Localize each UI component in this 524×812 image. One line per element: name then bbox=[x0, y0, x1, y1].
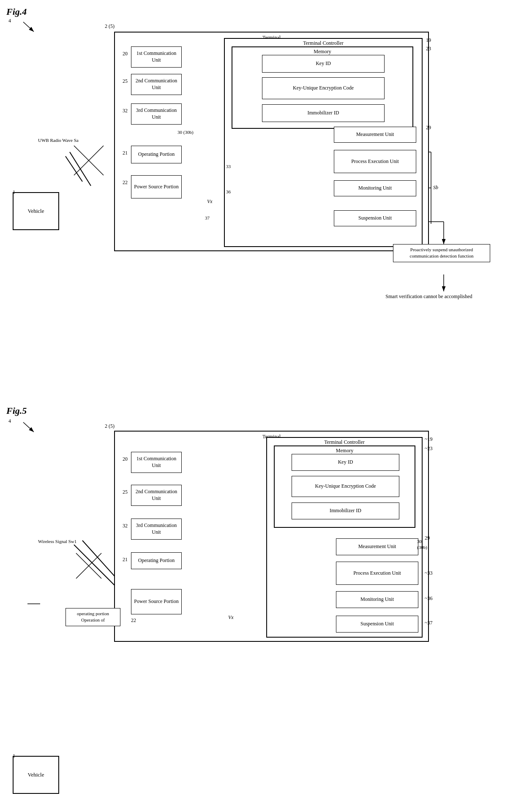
fig5-tc-label: Terminal Controller bbox=[324, 439, 364, 446]
fig4-ref19: 19 bbox=[426, 37, 431, 43]
fig4-process-box: Process Execution Unit bbox=[334, 150, 416, 173]
fig5-ref32: 32 bbox=[123, 523, 128, 529]
fig5-vehicle-label: Vehicle bbox=[28, 771, 44, 778]
fig4-ref29: 29 bbox=[426, 125, 431, 131]
fig4-vehicle-label: Vehicle bbox=[28, 208, 44, 215]
fig4-callout-box: Proactively suspend unauthorized communi… bbox=[393, 244, 490, 262]
fig5-ref4: 4 bbox=[8, 418, 11, 424]
fig5-ref33: ~33 bbox=[425, 570, 433, 576]
fig5-ref21: 21 bbox=[123, 557, 128, 563]
fig5-ref2-5: 2 (5) bbox=[105, 423, 115, 429]
fig4-ref20: 20 bbox=[123, 51, 128, 57]
fig4-suspension-box: Suspension Unit bbox=[334, 210, 416, 226]
fig4-operating-box: Operating Portion bbox=[131, 146, 182, 163]
page: Fig.4 4 2 (5) Terminal Terminal Controll… bbox=[0, 0, 524, 812]
fig5-ref23: ~23 bbox=[425, 445, 433, 452]
fig4-keyunique-box: Key-Unique Encryption Code bbox=[262, 77, 385, 99]
fig4-smart-verify: Smart verification cannot be accomplishe… bbox=[380, 293, 478, 300]
fig4-sb-label: Sb bbox=[433, 185, 438, 191]
fig5-immobilizer-box: Immobilizer ID bbox=[292, 502, 399, 519]
fig4-ref25: 25 bbox=[123, 78, 128, 84]
fig4-ref36: 36 bbox=[226, 189, 231, 194]
fig5-comm2-box: 2nd Communication Unit bbox=[131, 485, 182, 506]
fig5-ref20: 20 bbox=[123, 456, 128, 462]
fig4-comm1-box: 1st Communication Unit bbox=[131, 46, 182, 68]
fig5-suspension-box: Suspension Unit bbox=[336, 616, 418, 633]
fig4-ref32: 32 bbox=[123, 108, 128, 114]
fig4-label: Fig.4 bbox=[6, 6, 27, 17]
fig5-label: Fig.5 bbox=[6, 405, 27, 416]
fig4-ref4: 4 bbox=[8, 18, 11, 24]
fig4-monitoring-box: Monitoring Unit bbox=[334, 180, 416, 196]
fig5-power-box: Power Source Portion bbox=[131, 589, 182, 614]
fig4-ref21: 21 bbox=[123, 150, 128, 156]
fig4-comm3-box: 3rd Communication Unit bbox=[131, 103, 182, 125]
fig5-operating-box: Operating Portion bbox=[131, 552, 182, 569]
fig5-keyid-box: Key ID bbox=[292, 454, 399, 471]
fig5-wireless-label: Wireless Signal Sw1 bbox=[38, 538, 76, 544]
fig5-ref30: 30 (30b) bbox=[417, 538, 427, 551]
fig5-ref19: ~19 bbox=[425, 436, 433, 443]
fig5-vehicle-box: Vehicle bbox=[13, 756, 59, 794]
fig4-measurement-box: Measurement Unit bbox=[334, 127, 416, 143]
fig5-vx-label: Vx bbox=[228, 614, 234, 621]
fig4-ref37: 37 bbox=[205, 215, 210, 220]
fig4-ref2-5: 2 (5) bbox=[105, 23, 115, 30]
fig5-ref36: ~36 bbox=[425, 595, 433, 602]
fig4-ref33: 33 bbox=[226, 164, 231, 169]
fig4-immobilizer-box: Immobilizer ID bbox=[262, 104, 385, 122]
fig4-tc-label: Terminal Controller bbox=[303, 40, 343, 47]
fig4-power-box: Power Source Portion bbox=[131, 175, 182, 198]
fig5-op-callout-box: operating portion Operation of bbox=[66, 608, 120, 626]
fig5-ref1: 1 bbox=[13, 753, 15, 759]
fig4-vehicle-box: Vehicle bbox=[13, 192, 59, 230]
fig4-ref23: 23 bbox=[426, 46, 431, 52]
fig5-measurement-box: Measurement Unit bbox=[336, 538, 418, 555]
fig4-ref1: 1 bbox=[13, 189, 15, 196]
fig4-comm2-box: 2nd Communication Unit bbox=[131, 74, 182, 95]
fig4-ref30: 30 (30b) bbox=[177, 130, 194, 135]
fig5-ref37: ~37 bbox=[425, 620, 433, 626]
fig5-ref22: 22 bbox=[131, 617, 136, 624]
fig4-keyid-box: Key ID bbox=[262, 55, 385, 73]
fig4-uwb-label: UWB Radio Wave Sa bbox=[38, 137, 79, 143]
fig5-memory-label: Memory bbox=[336, 448, 353, 454]
fig4-memory-label: Memory bbox=[314, 49, 331, 55]
fig5-comm1-box: 1st Communication Unit bbox=[131, 452, 182, 473]
fig5-comm3-box: 3rd Communication Unit bbox=[131, 519, 182, 540]
fig5-process-box: Process Execution Unit bbox=[336, 562, 418, 585]
fig5-keyunique-box: Key-Unique Encryption Code bbox=[292, 476, 399, 497]
fig4-vx-label: Vx bbox=[207, 198, 213, 205]
fig4-ref22: 22 bbox=[123, 179, 128, 186]
fig5-ref25: 25 bbox=[123, 489, 128, 495]
fig5-monitoring-box: Monitoring Unit bbox=[336, 591, 418, 608]
